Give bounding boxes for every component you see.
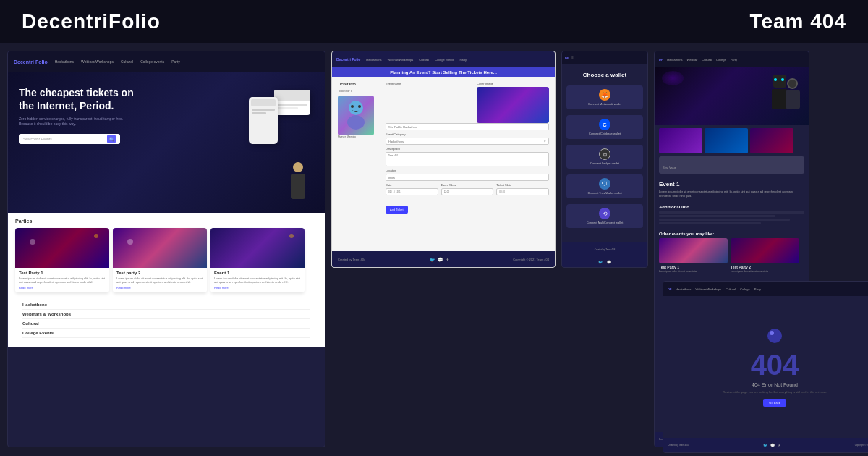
p2-description-input[interactable]: Team 401 xyxy=(386,152,549,166)
svg-point-4 xyxy=(767,329,782,343)
p2-category-value: Hackathons xyxy=(388,140,544,143)
p1-hero-card xyxy=(274,90,310,115)
p2-date-value: 01 / 1 / 1971 xyxy=(388,190,401,193)
p2-location-label: Location xyxy=(386,169,549,172)
p3-twitter-icon[interactable]: 🐦 xyxy=(598,260,603,264)
p2-nav-hackathons[interactable]: Hackathons xyxy=(366,58,381,62)
p1-nav-cultural[interactable]: Cultural xyxy=(121,59,133,64)
p2-twitter-icon[interactable]: 🐦 xyxy=(430,257,435,262)
panel-event-form: Decentri Folio Hackathons Webinar/Worksh… xyxy=(331,51,556,268)
p2-date-field: Date 01 / 1 / 1971 xyxy=(386,183,438,198)
p1-nav-webinars[interactable]: Webinar/Workshops xyxy=(81,59,114,64)
p2-ticket-slots-input[interactable]: 00:10 xyxy=(496,188,549,195)
p3-trust-icon: 🛡 xyxy=(599,178,610,190)
p1-nav-party[interactable]: Party xyxy=(171,59,180,64)
panel-wallet-selection: DF ☰ Choose a wallet 🦊 Connect Metamask … xyxy=(561,51,648,268)
p1-party-card-1[interactable]: Test Party 1 Lorem ipsum dolor sit amet … xyxy=(15,228,109,292)
p2-date-row: Date 01 / 1 / 1971 Event Slots 12:00 Tic… xyxy=(386,183,549,198)
p2-location-input[interactable]: India xyxy=(386,174,549,181)
p2-location-placeholder: India xyxy=(388,176,395,180)
p4-nav-webinars[interactable]: Webinar xyxy=(686,58,697,62)
p1-link-cultural[interactable]: Cultural xyxy=(22,319,310,329)
p3-logo: DF xyxy=(565,56,569,60)
p2-event-category-label: Event Category xyxy=(386,132,549,136)
p1-navbar: Decentri Folio Hackathons Webinar/Worksh… xyxy=(8,51,325,72)
p2-telegram-icon[interactable]: ✈ xyxy=(446,257,449,262)
p4-nav-cultural[interactable]: Cultural xyxy=(702,58,712,62)
p3-coinbase-icon: C xyxy=(599,119,610,130)
p4-other-card-2[interactable]: Test Party 2 Lorem ipsum dolor sit amet … xyxy=(731,238,799,274)
p2-chevron-icon: ▾ xyxy=(544,139,546,143)
p2-nav-cultural[interactable]: Cultural xyxy=(419,58,429,62)
p4-additional-info-label: Additional Info xyxy=(655,202,809,211)
p5-twitter-icon[interactable]: 🐦 xyxy=(763,443,767,447)
p1-party-img-2 xyxy=(113,228,207,268)
p2-footer-left: Created by Team 404 xyxy=(338,258,365,261)
p2-event-category-select[interactable]: Hackathons ▾ xyxy=(386,138,549,145)
p4-nav-hackathons[interactable]: Hackathons xyxy=(667,58,682,62)
p1-nav-college[interactable]: College events xyxy=(140,59,164,64)
p4-other-card-1[interactable]: Test Party 1 Lorem ipsum dolor sit amet … xyxy=(659,238,728,274)
p1-party-cards: Test Party 1 Lorem ipsum dolor sit amet … xyxy=(15,228,318,292)
p1-read-more-1[interactable]: Read more xyxy=(19,286,106,290)
p1-hero-title: The cheapest tickets on the Internet, Pe… xyxy=(19,86,149,112)
p3-wallet-coinbase[interactable]: C Connect Coinbase wallet xyxy=(566,115,643,139)
p2-discord-icon[interactable]: 💬 xyxy=(438,257,443,262)
p3-hamburger-icon[interactable]: ☰ xyxy=(571,56,574,59)
p2-nav-party[interactable]: Party xyxy=(460,58,467,62)
p2-nav-college[interactable]: College events xyxy=(435,58,454,62)
p5-nav-college[interactable]: College xyxy=(740,287,750,291)
p5-nav-cultural[interactable]: Cultural xyxy=(726,287,736,291)
svg-point-2 xyxy=(351,105,354,108)
p2-nav-webinars[interactable]: Webinar/Workshops xyxy=(387,58,413,62)
p1-party-name-1: Test Party 1 xyxy=(19,271,106,275)
p5-back-button[interactable]: Go Back xyxy=(763,399,786,407)
p2-nft-section: Ticket Info Ticket NFT My event Weeping xyxy=(338,82,380,138)
p4-best-value-badge: Best Value xyxy=(659,156,804,174)
p1-party-img-3 xyxy=(210,228,305,268)
p4-nav-party[interactable]: Party xyxy=(731,58,737,62)
p1-sidebar-links: Hackathone Webinars & Workshops Cultural… xyxy=(15,297,318,342)
p1-link-webinars[interactable]: Webinars & Workshops xyxy=(22,310,310,319)
p1-search-button[interactable]: 🔍 xyxy=(107,135,116,143)
p5-telegram-icon[interactable]: ✈ xyxy=(778,443,780,447)
p1-logo: Decentri Folio xyxy=(14,59,48,64)
app-title-left: DecentriFolio xyxy=(22,10,161,33)
p1-link-hackathone[interactable]: Hackathone xyxy=(22,300,310,310)
p5-nav-webinars[interactable]: Webinar/Workshops xyxy=(695,287,721,291)
p2-date-input[interactable]: 01 / 1 / 1971 xyxy=(386,188,438,195)
p2-planning-banner: Planning An Event? Start Selling The Tic… xyxy=(332,67,555,77)
p2-add-ticket-button[interactable]: Add Ticket xyxy=(386,206,408,214)
p5-footer-icons: 🐦 💬 ✈ xyxy=(763,443,780,447)
p1-search-bar[interactable]: Search for Events 🔍 xyxy=(19,134,120,144)
p4-nav-college[interactable]: College xyxy=(716,58,726,62)
p3-trust-label: Connect TrustWallet wallet xyxy=(587,191,621,195)
svg-point-3 xyxy=(358,105,361,108)
p5-nav-hackathons[interactable]: Hackathons xyxy=(676,287,691,291)
p4-thumb-3 xyxy=(750,128,793,153)
p3-multiconnect-label: Connect MultiConnect wallet xyxy=(587,221,624,224)
p3-wallet-trust[interactable]: 🛡 Connect TrustWallet wallet xyxy=(566,174,643,198)
p1-link-college[interactable]: College Events xyxy=(22,329,310,338)
p5-nav-party[interactable]: Party xyxy=(754,287,761,291)
p1-read-more-3[interactable]: Read more xyxy=(214,286,301,290)
p1-party-name-2: Test party 2 xyxy=(116,271,203,275)
p2-event-slots-input[interactable]: 12:00 xyxy=(441,188,494,195)
p3-wallet-metamask[interactable]: 🦊 Connect Metamask wallet xyxy=(566,85,643,109)
p3-navbar: DF ☰ xyxy=(562,51,647,64)
p1-party-card-3[interactable]: Event 1 Lorem ipsum dolor sit amet conse… xyxy=(210,228,305,292)
p3-wallet-ledger[interactable]: ⊞ Connect Ledger wallet xyxy=(566,145,643,169)
p2-date-label: Date xyxy=(386,183,438,187)
p5-error-description: This is not the page you are looking for… xyxy=(723,390,827,394)
p1-nav-hackathons[interactable]: Hackathons xyxy=(55,59,74,64)
p4-thumb-1 xyxy=(659,128,702,153)
p1-read-more-2[interactable]: Read more xyxy=(116,286,203,290)
p3-wallet-multiconnect[interactable]: ⟲ Connect MultiConnect wallet xyxy=(566,204,643,228)
p5-discord-icon[interactable]: 💬 xyxy=(770,443,775,447)
p3-discord-icon[interactable]: 💬 xyxy=(607,260,611,264)
p1-hero-phone xyxy=(249,97,278,144)
p2-nft-caption: My event Weeping xyxy=(338,135,380,138)
p2-event-name-input[interactable]: Site Public Hackathon xyxy=(386,123,549,130)
p1-party-card-2[interactable]: Test party 2 Lorem ipsum dolor sit amet … xyxy=(113,228,207,292)
p4-other-name-2: Test Party 2 xyxy=(731,265,799,269)
